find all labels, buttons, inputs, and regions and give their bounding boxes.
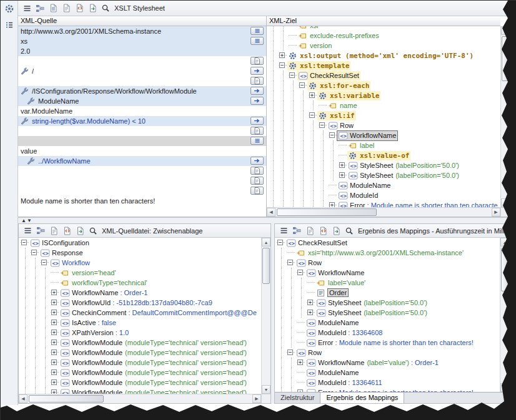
scroll-thumb[interactable] (501, 248, 509, 291)
source-row[interactable]: var.ModuleName (18, 106, 266, 116)
tree-node-body[interactable]: <>Error : Module name is shorter than te… (337, 201, 499, 208)
tree-node-body[interactable]: xsl:variable (317, 91, 380, 100)
tab-zielstruktur[interactable]: Zielstruktur (275, 393, 320, 403)
scroll-right-button[interactable]: ▶ (492, 208, 500, 217)
tree-node-body[interactable]: label (347, 141, 375, 150)
tree-node-body[interactable]: <>ModuleId : 13364608 (305, 328, 384, 338)
collapse-icon[interactable]: − (289, 72, 295, 78)
tree-node-body[interactable]: <>CheckinComment : DefaultCommitCommentI… (59, 308, 258, 318)
tree-node-body[interactable]: <>IsActive : false (59, 318, 117, 328)
scroll-thumb[interactable] (262, 248, 270, 284)
scroll-up-button[interactable]: ▲ (500, 238, 509, 247)
arrow-mapping-button[interactable] (251, 117, 264, 125)
source-row[interactable]: xs (18, 36, 266, 46)
copy-doc-icon[interactable] (48, 225, 59, 237)
scroll-left-button[interactable]: ◀ (19, 394, 27, 403)
tree-node-body[interactable]: xsl (297, 26, 319, 31)
source-row[interactable] (18, 126, 266, 136)
tree-node-body[interactable]: <>ModuleName (305, 368, 360, 378)
tree-node-body[interactable]: <>WorkflowModule(moduleType='technical' … (59, 388, 248, 394)
xml-doc-icon[interactable] (74, 2, 85, 14)
tree-node-body[interactable]: <>ModuleName (305, 318, 360, 328)
search-icon[interactable] (87, 225, 99, 237)
tree-node-body[interactable]: workflowType='technical' (59, 278, 149, 288)
tree-node-body[interactable]: <>StyleSheet(labelPosition='50.0') (315, 308, 429, 318)
tree-node-body[interactable]: <>WorkflowName(label='value') : Order-1 (305, 358, 440, 368)
copy-doc-icon[interactable] (304, 225, 315, 237)
export-doc-icon[interactable] (330, 225, 342, 237)
collapse-icon[interactable]: − (41, 260, 47, 265)
source-row[interactable] (18, 76, 266, 86)
source-horizontal-scrollbar[interactable]: ◀ ▶ (19, 394, 261, 403)
copy-doc-icon[interactable] (61, 2, 72, 14)
tree-node-body[interactable]: <>CheckResultSet (297, 71, 360, 81)
equals-mapping-button[interactable] (251, 27, 264, 35)
scroll-up-button[interactable]: ▲ (501, 26, 510, 35)
source-row[interactable]: ../WorkflowName (18, 156, 266, 166)
tab-ergebnis-des-mappings[interactable]: Ergebnis des Mappings (320, 393, 404, 403)
target-vertical-scrollbar[interactable]: ▲ ▼ (500, 26, 510, 207)
tree-node-body[interactable]: <>WorkflowModule(moduleType='technical' … (59, 348, 248, 358)
equals-mapping-button[interactable] (251, 137, 264, 145)
expand-icon[interactable]: + (51, 330, 57, 335)
collapse-icon[interactable]: − (319, 122, 325, 128)
tree-node-body[interactable]: <>StyleSheet(labelPosition='50.0') (347, 161, 460, 170)
page-mapping-button[interactable] (251, 167, 264, 175)
tree-node-body[interactable]: xsi='http://www.w3.org/2001/XMLSchema-in… (295, 248, 465, 258)
horizontal-splitter[interactable]: ▲▼ (18, 217, 510, 223)
collapse-icon[interactable]: − (287, 349, 293, 355)
tree-node-body[interactable]: <>WorkflowModule(moduleType='technical' … (59, 358, 248, 368)
tree-node-body[interactable]: <>WorkflowName (337, 131, 397, 140)
page-mapping-button[interactable] (251, 57, 264, 65)
expand-icon[interactable]: + (51, 389, 57, 394)
tree-node-body[interactable]: <>WorkflowModule(moduleType='technical' … (59, 338, 248, 348)
source-row[interactable] (18, 186, 266, 196)
page-mapping-button[interactable] (251, 177, 264, 185)
export-doc-icon[interactable] (74, 225, 86, 237)
tree-node-body[interactable]: xsl:value-of (347, 151, 410, 160)
page-mapping-button[interactable] (251, 77, 264, 85)
tree-node-body[interactable]: <>ModuleName (337, 181, 392, 190)
menu-icon[interactable] (278, 225, 289, 237)
expand-icon[interactable]: + (51, 339, 57, 345)
search-icon[interactable] (344, 225, 355, 237)
scroll-track[interactable] (500, 247, 509, 383)
expand-icon[interactable]: + (279, 52, 285, 58)
tree-node-body[interactable]: <>Row (295, 348, 323, 358)
expand-icon[interactable]: + (297, 389, 303, 392)
tree-node-body[interactable]: xsl:output (method='xml' encoding='UTF-8… (287, 51, 475, 61)
scroll-down-button[interactable]: ▼ (500, 383, 509, 392)
tree-node-body[interactable]: xsl:if (317, 111, 356, 120)
xml-doc-icon[interactable] (61, 225, 72, 237)
tree-node-body[interactable]: <>Row (327, 121, 355, 130)
scroll-thumb[interactable] (277, 208, 377, 216)
tree-node-body[interactable]: exclude-result-prefixes (297, 31, 380, 41)
expand-icon[interactable]: + (51, 290, 57, 295)
expand-icon[interactable]: + (339, 162, 345, 168)
source-row[interactable]: value (18, 146, 266, 156)
target-horizontal-scrollbar[interactable]: ◀ ▶ (267, 207, 500, 217)
search-icon[interactable] (100, 2, 111, 14)
expand-icon[interactable]: + (307, 300, 313, 305)
tree-node-body[interactable]: Order (315, 288, 349, 298)
arrow-mapping-button[interactable] (251, 87, 264, 95)
tree-node-body[interactable]: version='head' (59, 268, 117, 278)
scroll-right-button[interactable]: ▶ (252, 394, 261, 403)
scroll-thumb[interactable] (29, 395, 104, 403)
scroll-thumb[interactable] (502, 36, 509, 81)
expand-icon[interactable]: + (51, 320, 57, 325)
page-mapping-button[interactable] (251, 187, 264, 195)
collapse-icon[interactable]: − (287, 260, 293, 265)
tree-node-body[interactable]: <>Workflow (49, 258, 91, 268)
source-row[interactable] (18, 166, 266, 176)
source-row[interactable]: /ISConfiguration/Response/Workflow/Workf… (18, 86, 266, 96)
xml-doc-icon[interactable] (317, 225, 329, 237)
scroll-track[interactable] (262, 247, 270, 385)
arrow-mapping-button[interactable] (251, 97, 264, 105)
hierarchy-icon[interactable] (291, 225, 302, 237)
source-row[interactable] (18, 136, 266, 146)
collapse-icon[interactable]: − (279, 62, 285, 68)
tree-node-body[interactable]: <>Row (295, 258, 323, 268)
tree-node-body[interactable]: <>StyleSheet(labelPosition='50.0') (315, 298, 429, 308)
collapse-icon[interactable]: − (297, 270, 303, 275)
